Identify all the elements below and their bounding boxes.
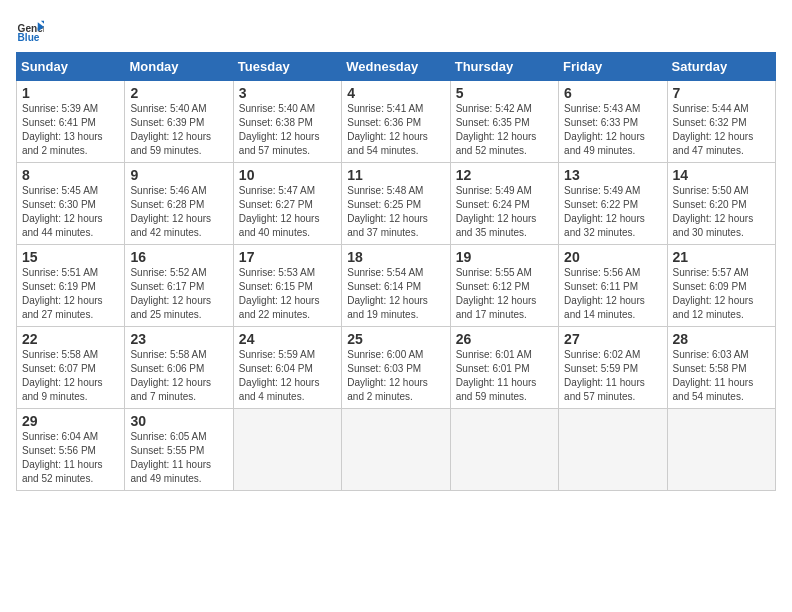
- day-info: Sunrise: 5:58 AM Sunset: 6:07 PM Dayligh…: [22, 348, 119, 404]
- calendar-body: 1Sunrise: 5:39 AM Sunset: 6:41 PM Daylig…: [17, 81, 776, 491]
- calendar-cell: 19Sunrise: 5:55 AM Sunset: 6:12 PM Dayli…: [450, 245, 558, 327]
- day-info: Sunrise: 5:50 AM Sunset: 6:20 PM Dayligh…: [673, 184, 770, 240]
- calendar-cell: 9Sunrise: 5:46 AM Sunset: 6:28 PM Daylig…: [125, 163, 233, 245]
- day-number: 10: [239, 167, 336, 183]
- calendar-cell: 23Sunrise: 5:58 AM Sunset: 6:06 PM Dayli…: [125, 327, 233, 409]
- calendar-week-3: 15Sunrise: 5:51 AM Sunset: 6:19 PM Dayli…: [17, 245, 776, 327]
- day-info: Sunrise: 5:40 AM Sunset: 6:38 PM Dayligh…: [239, 102, 336, 158]
- day-info: Sunrise: 6:04 AM Sunset: 5:56 PM Dayligh…: [22, 430, 119, 486]
- day-number: 17: [239, 249, 336, 265]
- calendar-week-4: 22Sunrise: 5:58 AM Sunset: 6:07 PM Dayli…: [17, 327, 776, 409]
- calendar-cell: [450, 409, 558, 491]
- day-number: 27: [564, 331, 661, 347]
- calendar-cell: 1Sunrise: 5:39 AM Sunset: 6:41 PM Daylig…: [17, 81, 125, 163]
- day-info: Sunrise: 5:45 AM Sunset: 6:30 PM Dayligh…: [22, 184, 119, 240]
- day-info: Sunrise: 6:05 AM Sunset: 5:55 PM Dayligh…: [130, 430, 227, 486]
- calendar-cell: 18Sunrise: 5:54 AM Sunset: 6:14 PM Dayli…: [342, 245, 450, 327]
- calendar-cell: 14Sunrise: 5:50 AM Sunset: 6:20 PM Dayli…: [667, 163, 775, 245]
- day-number: 7: [673, 85, 770, 101]
- calendar-cell: 11Sunrise: 5:48 AM Sunset: 6:25 PM Dayli…: [342, 163, 450, 245]
- day-info: Sunrise: 5:59 AM Sunset: 6:04 PM Dayligh…: [239, 348, 336, 404]
- day-info: Sunrise: 6:02 AM Sunset: 5:59 PM Dayligh…: [564, 348, 661, 404]
- calendar-cell: 21Sunrise: 5:57 AM Sunset: 6:09 PM Dayli…: [667, 245, 775, 327]
- day-info: Sunrise: 5:46 AM Sunset: 6:28 PM Dayligh…: [130, 184, 227, 240]
- calendar-week-5: 29Sunrise: 6:04 AM Sunset: 5:56 PM Dayli…: [17, 409, 776, 491]
- day-number: 5: [456, 85, 553, 101]
- logo: General Blue: [16, 16, 44, 44]
- day-number: 15: [22, 249, 119, 265]
- calendar-cell: 7Sunrise: 5:44 AM Sunset: 6:32 PM Daylig…: [667, 81, 775, 163]
- day-number: 4: [347, 85, 444, 101]
- day-number: 9: [130, 167, 227, 183]
- day-number: 6: [564, 85, 661, 101]
- day-number: 29: [22, 413, 119, 429]
- calendar-cell: 17Sunrise: 5:53 AM Sunset: 6:15 PM Dayli…: [233, 245, 341, 327]
- day-number: 18: [347, 249, 444, 265]
- calendar-cell: 22Sunrise: 5:58 AM Sunset: 6:07 PM Dayli…: [17, 327, 125, 409]
- day-info: Sunrise: 5:49 AM Sunset: 6:22 PM Dayligh…: [564, 184, 661, 240]
- day-info: Sunrise: 5:44 AM Sunset: 6:32 PM Dayligh…: [673, 102, 770, 158]
- day-number: 1: [22, 85, 119, 101]
- day-info: Sunrise: 5:49 AM Sunset: 6:24 PM Dayligh…: [456, 184, 553, 240]
- day-number: 14: [673, 167, 770, 183]
- day-info: Sunrise: 5:51 AM Sunset: 6:19 PM Dayligh…: [22, 266, 119, 322]
- calendar-table: SundayMondayTuesdayWednesdayThursdayFrid…: [16, 52, 776, 491]
- calendar-cell: [559, 409, 667, 491]
- day-info: Sunrise: 5:42 AM Sunset: 6:35 PM Dayligh…: [456, 102, 553, 158]
- day-number: 22: [22, 331, 119, 347]
- day-number: 24: [239, 331, 336, 347]
- day-info: Sunrise: 5:52 AM Sunset: 6:17 PM Dayligh…: [130, 266, 227, 322]
- svg-text:Blue: Blue: [18, 32, 40, 43]
- day-info: Sunrise: 5:47 AM Sunset: 6:27 PM Dayligh…: [239, 184, 336, 240]
- day-info: Sunrise: 5:40 AM Sunset: 6:39 PM Dayligh…: [130, 102, 227, 158]
- calendar-week-2: 8Sunrise: 5:45 AM Sunset: 6:30 PM Daylig…: [17, 163, 776, 245]
- day-info: Sunrise: 6:03 AM Sunset: 5:58 PM Dayligh…: [673, 348, 770, 404]
- day-info: Sunrise: 5:53 AM Sunset: 6:15 PM Dayligh…: [239, 266, 336, 322]
- weekday-header-thursday: Thursday: [450, 53, 558, 81]
- calendar-cell: 28Sunrise: 6:03 AM Sunset: 5:58 PM Dayli…: [667, 327, 775, 409]
- calendar-cell: 25Sunrise: 6:00 AM Sunset: 6:03 PM Dayli…: [342, 327, 450, 409]
- calendar-cell: 12Sunrise: 5:49 AM Sunset: 6:24 PM Dayli…: [450, 163, 558, 245]
- day-number: 8: [22, 167, 119, 183]
- day-info: Sunrise: 5:58 AM Sunset: 6:06 PM Dayligh…: [130, 348, 227, 404]
- day-number: 13: [564, 167, 661, 183]
- day-info: Sunrise: 5:56 AM Sunset: 6:11 PM Dayligh…: [564, 266, 661, 322]
- day-number: 23: [130, 331, 227, 347]
- calendar-cell: 6Sunrise: 5:43 AM Sunset: 6:33 PM Daylig…: [559, 81, 667, 163]
- day-info: Sunrise: 5:39 AM Sunset: 6:41 PM Dayligh…: [22, 102, 119, 158]
- day-number: 2: [130, 85, 227, 101]
- day-info: Sunrise: 5:54 AM Sunset: 6:14 PM Dayligh…: [347, 266, 444, 322]
- calendar-cell: [233, 409, 341, 491]
- day-info: Sunrise: 5:48 AM Sunset: 6:25 PM Dayligh…: [347, 184, 444, 240]
- calendar-cell: 3Sunrise: 5:40 AM Sunset: 6:38 PM Daylig…: [233, 81, 341, 163]
- day-number: 16: [130, 249, 227, 265]
- calendar-cell: 20Sunrise: 5:56 AM Sunset: 6:11 PM Dayli…: [559, 245, 667, 327]
- weekday-header-monday: Monday: [125, 53, 233, 81]
- day-number: 19: [456, 249, 553, 265]
- day-info: Sunrise: 5:55 AM Sunset: 6:12 PM Dayligh…: [456, 266, 553, 322]
- day-number: 28: [673, 331, 770, 347]
- day-number: 20: [564, 249, 661, 265]
- day-info: Sunrise: 5:57 AM Sunset: 6:09 PM Dayligh…: [673, 266, 770, 322]
- day-info: Sunrise: 5:43 AM Sunset: 6:33 PM Dayligh…: [564, 102, 661, 158]
- day-number: 25: [347, 331, 444, 347]
- weekday-header-wednesday: Wednesday: [342, 53, 450, 81]
- calendar-cell: 26Sunrise: 6:01 AM Sunset: 6:01 PM Dayli…: [450, 327, 558, 409]
- calendar-cell: 5Sunrise: 5:42 AM Sunset: 6:35 PM Daylig…: [450, 81, 558, 163]
- calendar-week-1: 1Sunrise: 5:39 AM Sunset: 6:41 PM Daylig…: [17, 81, 776, 163]
- calendar-cell: 8Sunrise: 5:45 AM Sunset: 6:30 PM Daylig…: [17, 163, 125, 245]
- calendar-cell: 16Sunrise: 5:52 AM Sunset: 6:17 PM Dayli…: [125, 245, 233, 327]
- weekday-header-saturday: Saturday: [667, 53, 775, 81]
- page-header: General Blue: [16, 16, 776, 44]
- weekday-header-tuesday: Tuesday: [233, 53, 341, 81]
- calendar-header-row: SundayMondayTuesdayWednesdayThursdayFrid…: [17, 53, 776, 81]
- calendar-cell: 24Sunrise: 5:59 AM Sunset: 6:04 PM Dayli…: [233, 327, 341, 409]
- calendar-cell: 13Sunrise: 5:49 AM Sunset: 6:22 PM Dayli…: [559, 163, 667, 245]
- calendar-cell: 2Sunrise: 5:40 AM Sunset: 6:39 PM Daylig…: [125, 81, 233, 163]
- weekday-header-sunday: Sunday: [17, 53, 125, 81]
- day-info: Sunrise: 6:00 AM Sunset: 6:03 PM Dayligh…: [347, 348, 444, 404]
- calendar-cell: 10Sunrise: 5:47 AM Sunset: 6:27 PM Dayli…: [233, 163, 341, 245]
- day-number: 3: [239, 85, 336, 101]
- calendar-cell: 27Sunrise: 6:02 AM Sunset: 5:59 PM Dayli…: [559, 327, 667, 409]
- calendar-cell: 29Sunrise: 6:04 AM Sunset: 5:56 PM Dayli…: [17, 409, 125, 491]
